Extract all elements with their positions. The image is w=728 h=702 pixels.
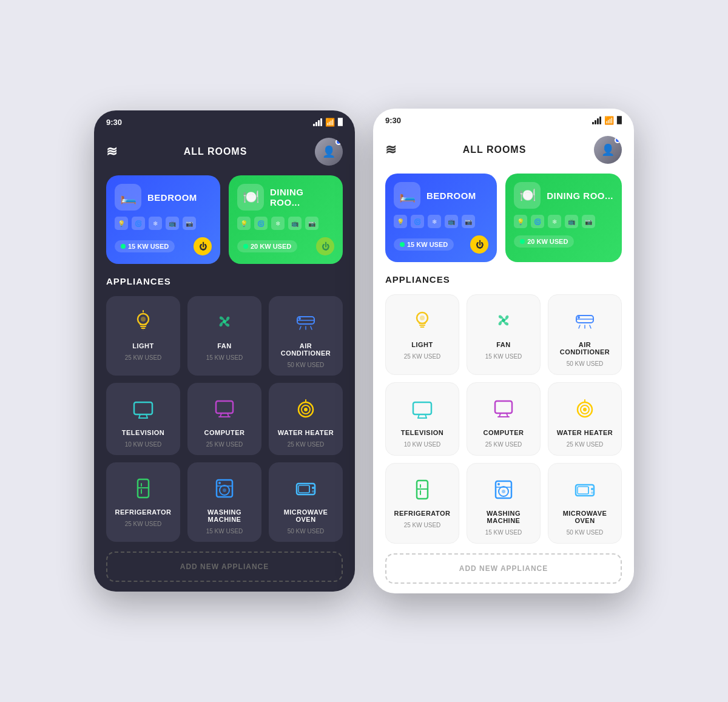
ac-usage-light: 50 KW USED [567, 360, 604, 367]
appliance-heater-dark[interactable]: WATER HEATER 25 KW USED [269, 383, 343, 455]
svg-point-69 [591, 488, 593, 490]
add-appliance-light[interactable]: ADD NEW APPLIANCE [385, 553, 622, 584]
bedroom-kw-badge: 15 KW USED [115, 240, 175, 252]
dining-ac-icon-light: ❄ [548, 215, 561, 228]
bedroom-card-light[interactable]: 🛏️ BEDROOM 💡 🌀 ❄ 📺 📷 15 KW USED ⏻ [385, 174, 497, 262]
svg-point-21 [304, 408, 308, 411]
fan-usage-light: 15 KW USED [485, 353, 522, 360]
fan-icon-light [488, 305, 519, 336]
rooms-scroll-dark: 🛏️ BEDROOM 💡 🌀 ❄ 📺 📷 15 KW USED ⏻ 🍽️ [94, 175, 355, 276]
bedroom-name-dark: BEDROOM [147, 192, 197, 203]
status-bar-light: 9:30 📶 ▉ [373, 109, 634, 130]
bedroom-card-top-light: 🛏️ BEDROOM [394, 182, 488, 209]
page-title-light: ALL ROOMS [463, 144, 527, 155]
room-ac-icon: ❄ [149, 217, 162, 230]
appliance-tv-dark[interactable]: TELEVISION 10 KW USED [106, 383, 180, 455]
appliance-light-dark[interactable]: LIGHT 25 KW USED [106, 296, 180, 376]
svg-point-10 [298, 317, 301, 320]
appliance-tv-light[interactable]: TELEVISION 10 KW USED [385, 382, 459, 456]
svg-point-56 [583, 408, 587, 411]
svg-point-65 [497, 483, 500, 485]
appliance-washer-dark[interactable]: WASHING MACHINE 15 KW USED [187, 462, 261, 542]
appliance-fan-dark[interactable]: FAN 15 KW USED [187, 296, 261, 376]
battery-icon-light: ▉ [617, 116, 622, 124]
time-dark: 9:30 [106, 118, 122, 127]
svg-point-38 [420, 316, 425, 320]
appliance-ac-light[interactable]: AIR CONDITIONER 50 KW USED [548, 294, 622, 375]
washer-name-light: WASHING MACHINE [473, 510, 534, 524]
tv-icon-dark [127, 393, 159, 424]
washer-icon-light [488, 473, 519, 505]
tv-usage-light: 10 KW USED [404, 441, 441, 448]
avatar-dark[interactable]: 👤 [315, 138, 343, 166]
bedroom-power-btn-dark[interactable]: ⏻ [194, 237, 212, 255]
svg-line-42 [579, 325, 580, 328]
bedroom-kw-light: 15 KW USED [407, 241, 448, 248]
avatar-light[interactable]: 👤 [594, 136, 622, 164]
dining-tv-icon: 📺 [288, 217, 302, 230]
light-name-dark: LIGHT [132, 342, 154, 349]
rooms-scroll-light: 🛏️ BEDROOM 💡 🌀 ❄ 📺 📷 15 KW USED ⏻ 🍽️ [373, 174, 634, 274]
heater-name-dark: WATER HEATER [278, 429, 334, 436]
header-light: ≋ ALL ROOMS 👤 [373, 130, 634, 174]
heater-icon-dark [290, 393, 322, 424]
appliance-ac-dark[interactable]: AIR CONDITIONER 50 KW USED [269, 296, 343, 376]
fan-icon-dark [209, 306, 240, 337]
battery-icon: ▉ [338, 118, 343, 126]
dining-name-light: DINING ROO... [547, 191, 613, 201]
fridge-name-light: REFRIGERATOR [394, 510, 451, 517]
signal-icon-light [592, 116, 601, 124]
fridge-name-dark: REFRIGERATOR [115, 508, 172, 516]
appliance-computer-light[interactable]: COMPUTER 25 KW USED [467, 382, 541, 456]
appliance-washer-light[interactable]: WASHING MACHINE 15 KW USED [467, 463, 541, 544]
room-light-icon-light: 💡 [394, 215, 407, 228]
bedroom-card-dark[interactable]: 🛏️ BEDROOM 💡 🌀 ❄ 📺 📷 15 KW USED ⏻ [106, 175, 220, 264]
svg-point-29 [223, 488, 226, 492]
kw-dot [121, 244, 126, 249]
dining-card-dark[interactable]: 🍽️ DINING ROO... 💡 🌀 ❄ 📺 📷 20 KW USED ⏻ [229, 175, 343, 264]
svg-point-35 [312, 490, 314, 493]
computer-icon-dark [209, 393, 240, 424]
ac-name-light: AIR CONDITIONER [554, 341, 615, 356]
bedroom-name-light: BEDROOM [426, 191, 476, 201]
dining-name-dark: DINING ROO... [270, 187, 334, 208]
bedroom-power-btn-light[interactable]: ⏻ [470, 235, 488, 254]
signal-icon [313, 118, 322, 126]
svg-line-7 [300, 326, 301, 329]
kw-dot-light [400, 242, 405, 247]
appliance-fridge-light[interactable]: REFRIGERATOR 25 KW USED [385, 463, 459, 544]
dining-card-top: 🍽️ DINING ROO... [237, 184, 334, 211]
appliance-microwave-light[interactable]: MICROWAVE OVEN 50 KW USED [548, 463, 622, 544]
room-tv-icon-light: 📺 [445, 215, 458, 228]
fridge-icon-dark [127, 472, 159, 504]
bedroom-appliance-icons: 💡 🌀 ❄ 📺 📷 [115, 217, 212, 230]
appliance-light-light[interactable]: LIGHT 25 KW USED [385, 294, 459, 375]
svg-rect-50 [495, 401, 512, 413]
tv-usage-dark: 10 KW USED [125, 441, 162, 448]
dining-power-btn-dark[interactable]: ⏻ [316, 237, 334, 255]
appliance-fan-light[interactable]: FAN 15 KW USED [467, 294, 541, 375]
appliance-computer-dark[interactable]: COMPUTER 25 KW USED [187, 383, 261, 455]
dining-footer-light: 20 KW USED [514, 235, 613, 248]
dining-kw-badge: 20 KW USED [237, 240, 297, 252]
bedroom-icon-light: 🛏️ [394, 182, 420, 209]
ac-usage-dark: 50 KW USED [288, 362, 325, 368]
svg-line-44 [590, 325, 591, 328]
heater-usage-dark: 25 KW USED [288, 441, 325, 448]
wifi-icon-light: 📶 [604, 116, 614, 125]
microwave-name-light: MICROWAVE OVEN [554, 510, 615, 524]
microwave-icon-dark [290, 472, 322, 504]
avatar-online-dot [335, 139, 342, 145]
dining-icon-light: 🍽️ [514, 182, 541, 209]
dining-card-light[interactable]: 🍽️ DINING ROO... 💡 🌀 ❄ 📺 📷 20 KW USED [505, 174, 622, 262]
appliance-fridge-dark[interactable]: REFRIGERATOR 25 KW USED [106, 462, 180, 542]
page-title-dark: ALL ROOMS [184, 146, 248, 157]
appliances-grid-dark: LIGHT 25 KW USED FAN 15 KW USED [94, 296, 355, 542]
room-ac-icon-light: ❄ [428, 215, 441, 228]
appliance-microwave-dark[interactable]: MICROWAVE OVEN 50 KW USED [269, 462, 343, 542]
svg-point-4 [223, 320, 226, 323]
add-appliance-dark[interactable]: ADD NEW APPLIANCE [106, 552, 343, 582]
appliance-heater-light[interactable]: WATER HEATER 25 KW USED [548, 382, 622, 456]
svg-rect-68 [578, 487, 588, 494]
ac-icon-dark [290, 306, 322, 337]
